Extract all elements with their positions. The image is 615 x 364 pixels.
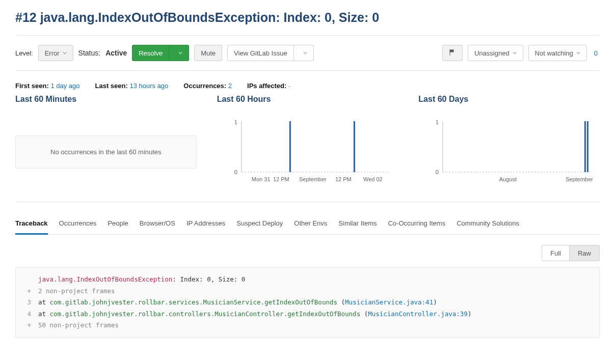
status-value: Active xyxy=(105,49,127,57)
assignee-value: Unassigned xyxy=(474,49,510,57)
chevron-down-icon xyxy=(513,51,517,55)
traceback-gutter: 4 xyxy=(22,309,38,320)
traceback-row[interactable]: +2 non-project frames xyxy=(22,286,593,297)
tab-community-solutions[interactable]: Community Solutions xyxy=(457,213,519,234)
last-seen-label: Last seen: xyxy=(95,82,127,90)
occurrences-value[interactable]: 2 xyxy=(228,82,232,90)
view-raw-button[interactable]: Raw xyxy=(570,245,600,261)
x-tick: August xyxy=(499,176,517,182)
watching-select[interactable]: Not watching xyxy=(528,45,587,61)
separator xyxy=(15,70,600,71)
watch-count[interactable]: 0 xyxy=(592,49,600,57)
toolbar: Level: Error Status: Active Resolve Mute… xyxy=(15,45,600,61)
view-issue-group: View GitLab Issue xyxy=(227,45,314,61)
chart-bar xyxy=(584,121,586,172)
chart-60-days: Last 60 Days 1 0 August September xyxy=(418,95,600,192)
exception-class: java.lang.IndexOutOfBoundsException xyxy=(38,275,172,283)
traceback-row: 3at com.gitlab.johnjvester.rollbar.servi… xyxy=(22,297,593,309)
non-project-frames: 50 non-project frames xyxy=(38,320,119,331)
traceback-gutter: + xyxy=(22,286,38,297)
level-value: Error xyxy=(45,49,60,57)
x-tick: Wed 02 xyxy=(363,176,383,182)
watching-value: Not watching xyxy=(535,49,573,57)
chart-60-hours-svg: 1 0 Mon 31 12 PM September 12 PM Wed 02 xyxy=(217,116,398,192)
stack-call: com.gitlab.johnjvester.rollbar.controlle… xyxy=(50,310,361,318)
traceback-exception: java.lang.IndexOutOfBoundsException: Ind… xyxy=(22,274,593,286)
resolve-dropdown[interactable] xyxy=(169,45,189,61)
chart-title: Last 60 Days xyxy=(418,95,600,104)
stack-frame: at com.gitlab.johnjvester.rollbar.contro… xyxy=(38,309,471,320)
view-toggle: Full Raw xyxy=(15,245,600,261)
chart-60-minutes: Last 60 Minutes No occurrences in the la… xyxy=(15,95,197,192)
tabs: TracebackOccurrencesPeopleBrowser/OSIP A… xyxy=(15,213,600,235)
tab-similar-items[interactable]: Similar Items xyxy=(338,213,377,234)
traceback-gutter: + xyxy=(22,320,38,331)
tab-co-occurring-items[interactable]: Co-Occurring Items xyxy=(388,213,445,234)
ips-value: - xyxy=(288,82,290,90)
x-tick: Mon 31 xyxy=(252,176,271,182)
chart-60-days-svg: 1 0 August September xyxy=(418,116,600,192)
first-seen-label: First seen: xyxy=(15,82,49,90)
chart-bar xyxy=(354,121,355,172)
traceback-row[interactable]: +50 non-project frames xyxy=(22,320,593,331)
chevron-down-icon xyxy=(63,51,67,55)
chart-title: Last 60 Minutes xyxy=(15,95,197,104)
x-tick: September xyxy=(566,176,593,182)
chevron-down-icon xyxy=(178,51,182,55)
x-tick: September xyxy=(299,176,327,182)
tab-suspect-deploy[interactable]: Suspect Deploy xyxy=(236,213,283,234)
resolve-button-group: Resolve xyxy=(132,45,189,61)
resolve-button[interactable]: Resolve xyxy=(132,45,169,61)
y-tick: 1 xyxy=(234,119,237,125)
non-project-frames: 2 non-project frames xyxy=(38,286,115,297)
traceback-gutter: 3 xyxy=(22,297,38,309)
x-tick: 12 PM xyxy=(335,176,352,182)
level-label: Level: xyxy=(15,49,33,57)
tab-occurrences[interactable]: Occurrences xyxy=(59,213,97,234)
ips-label: IPs affected: xyxy=(247,82,286,90)
tab-people[interactable]: People xyxy=(108,213,128,234)
assignee-select[interactable]: Unassigned xyxy=(468,45,523,61)
view-issue-dropdown[interactable] xyxy=(294,45,314,61)
stack-location-link[interactable]: MusicianService.java:41 xyxy=(345,298,433,306)
flag-icon xyxy=(449,49,456,58)
stack-location-link[interactable]: MusicianController.java:39 xyxy=(368,310,468,318)
separator xyxy=(15,202,600,202)
chevron-down-icon xyxy=(303,51,307,55)
traceback-panel: java.lang.IndexOutOfBoundsException: Ind… xyxy=(15,267,600,338)
page-title: #12 java.lang.IndexOutOfBoundsException:… xyxy=(15,10,600,25)
y-tick: 0 xyxy=(234,169,237,175)
chevron-down-icon xyxy=(576,51,580,55)
separator xyxy=(15,35,600,36)
chart-empty-message: No occurrences in the last 60 minutes xyxy=(15,135,197,169)
mute-button[interactable]: Mute xyxy=(194,45,222,61)
tab-traceback[interactable]: Traceback xyxy=(15,213,48,235)
first-seen-value[interactable]: 1 day ago xyxy=(50,82,79,90)
stats-row: First seen: 1 day ago Last seen: 13 hour… xyxy=(15,82,600,90)
last-seen-value[interactable]: 13 hours ago xyxy=(129,82,168,90)
view-full-button[interactable]: Full xyxy=(542,245,570,261)
tab-browser-os[interactable]: Browser/OS xyxy=(140,213,175,234)
stack-call: com.gitlab.johnjvester.rollbar.services.… xyxy=(50,298,337,306)
tab-ip-addresses[interactable]: IP Addresses xyxy=(186,213,225,234)
flag-button[interactable] xyxy=(442,45,463,61)
charts-row: Last 60 Minutes No occurrences in the la… xyxy=(15,95,600,192)
chart-bar xyxy=(587,121,589,172)
y-tick: 0 xyxy=(436,169,439,175)
chart-bar xyxy=(289,121,291,172)
y-tick: 1 xyxy=(436,119,439,125)
chart-60-hours: Last 60 Hours 1 0 Mon 31 12 PM September… xyxy=(217,95,398,192)
tab-other-envs[interactable]: Other Envs xyxy=(294,213,327,234)
view-gitlab-issue-button[interactable]: View GitLab Issue xyxy=(227,45,294,61)
traceback-row: 4at com.gitlab.johnjvester.rollbar.contr… xyxy=(22,309,593,320)
status-label: Status: xyxy=(78,49,101,57)
occurrences-label: Occurrences: xyxy=(183,82,226,90)
x-tick: 12 PM xyxy=(273,176,289,182)
level-select[interactable]: Error xyxy=(38,45,73,61)
chart-title: Last 60 Hours xyxy=(217,95,398,104)
stack-frame: at com.gitlab.johnjvester.rollbar.servic… xyxy=(38,297,437,309)
exception-message: : Index: 0, Size: 0 xyxy=(172,275,245,283)
